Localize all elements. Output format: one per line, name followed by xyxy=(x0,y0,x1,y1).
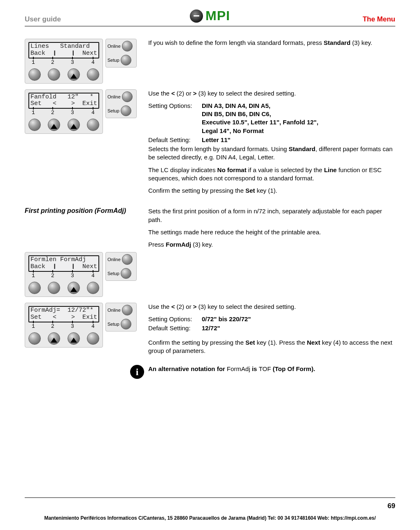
button-4[interactable] xyxy=(87,119,99,131)
button-3[interactable] xyxy=(68,68,80,81)
control-panel-3: Formlen FormAdj Back ❙ ❙ Next 1 2 3 4 xyxy=(25,252,144,297)
setting-options: Setting Options: DIN A3, DIN A4, DIN A5,… xyxy=(148,102,395,135)
default-setting: Default Setting: Letter 11" xyxy=(148,136,395,144)
setup-label: Setup xyxy=(107,322,119,327)
setup-button[interactable] xyxy=(121,105,131,116)
button-3[interactable] xyxy=(68,332,80,345)
setting-options-2: Setting Options: 0/72" bis 220/72" xyxy=(148,315,395,323)
text-select-setting: Use the < (2) or > (3) key to select the… xyxy=(148,89,395,98)
button-4[interactable] xyxy=(87,282,99,294)
tick-4: 4 xyxy=(89,323,97,329)
logo-text: MPI xyxy=(205,8,230,23)
footer-rule xyxy=(25,497,395,498)
tick-3: 3 xyxy=(69,110,76,116)
lcd-display: Fanfold 12" * Set < > Exit xyxy=(28,93,99,109)
button-2[interactable] xyxy=(48,68,60,81)
tick-4: 4 xyxy=(89,273,97,279)
tick-1: 1 xyxy=(30,323,37,329)
online-label: Online xyxy=(107,44,121,49)
section-title-formadj: First printing position (FormAdj) xyxy=(25,207,126,214)
button-3[interactable] xyxy=(68,119,80,131)
text-reduce-height: The settings made here reduce the height… xyxy=(148,228,395,236)
tick-1: 1 xyxy=(30,110,37,116)
tick-3: 3 xyxy=(69,273,76,279)
lcd-display: Lines Standard Back ❙ ❙ Next xyxy=(28,42,99,58)
button-1[interactable] xyxy=(28,119,41,131)
tick-2: 2 xyxy=(49,273,56,279)
printer-icon xyxy=(190,9,203,23)
setup-label: Setup xyxy=(107,58,119,63)
text-selects-form: Selects the form length by standard form… xyxy=(148,145,395,162)
text-confirm-set: Confirm the setting by pressing the Set … xyxy=(148,187,395,195)
button-1[interactable] xyxy=(28,68,41,81)
online-button[interactable] xyxy=(122,305,133,315)
tick-3: 3 xyxy=(69,323,76,329)
online-label: Online xyxy=(107,257,121,262)
setup-button[interactable] xyxy=(121,268,131,279)
button-4[interactable] xyxy=(87,332,99,345)
page-header: User guide MPI The Menu xyxy=(25,8,395,26)
header-logo: MPI xyxy=(148,8,272,23)
button-2[interactable] xyxy=(48,332,60,345)
tick-1: 1 xyxy=(30,273,37,279)
online-label: Online xyxy=(107,308,121,313)
text-press-standard: If you wish to define the form length vi… xyxy=(148,39,395,47)
text-press-formadj: Press FormAdj (3) key. xyxy=(148,240,395,249)
header-left: User guide xyxy=(25,15,148,23)
tick-4: 4 xyxy=(89,110,97,116)
tick-2: 2 xyxy=(49,323,56,329)
text-info-tof: An alternative notation for FormAdj is T… xyxy=(148,365,395,373)
info-icon: i xyxy=(130,365,144,379)
setup-label: Setup xyxy=(107,271,119,276)
default-setting-2: Default Setting: 12/72" xyxy=(148,324,395,332)
button-1[interactable] xyxy=(28,332,41,345)
tick-1: 1 xyxy=(30,59,37,65)
online-button[interactable] xyxy=(122,254,133,265)
tick-4: 4 xyxy=(89,59,97,65)
text-lc-display: The LC display indicates No format if a … xyxy=(148,166,395,183)
button-3[interactable] xyxy=(68,282,80,294)
online-button[interactable] xyxy=(122,91,133,102)
tick-3: 3 xyxy=(69,59,76,65)
page: User guide MPI The Menu Lines Standard B… xyxy=(0,0,420,530)
control-panel-2: Fanfold 12" * Set < > Exit 1 2 3 4 xyxy=(25,89,144,134)
header-right: The Menu xyxy=(272,15,395,23)
tick-2: 2 xyxy=(49,59,56,65)
setup-label: Setup xyxy=(107,108,119,113)
button-2[interactable] xyxy=(48,119,60,131)
text-first-print-pos: Sets the first print position of a form … xyxy=(148,207,395,224)
online-button[interactable] xyxy=(122,41,133,51)
setup-button[interactable] xyxy=(121,319,131,329)
button-1[interactable] xyxy=(28,282,41,294)
page-number: 69 xyxy=(387,502,395,510)
lcd-display: Formlen FormAdj Back ❙ ❙ Next xyxy=(28,255,99,272)
lcd-display: FormAdj= 12/72"* Set < > Exit xyxy=(28,306,99,322)
text-select-setting-2: Use the < (2) or > (3) key to select the… xyxy=(148,303,395,311)
tick-2: 2 xyxy=(49,110,56,116)
text-confirm-next: Confirm the setting by pressing the Set … xyxy=(148,339,395,355)
button-2[interactable] xyxy=(48,282,60,294)
setup-button[interactable] xyxy=(121,55,131,65)
control-panel-1: Lines Standard Back ❙ ❙ Next 1 2 3 4 xyxy=(25,39,144,84)
control-panel-4: FormAdj= 12/72"* Set < > Exit 1 2 3 4 xyxy=(25,303,144,348)
footer-text: Mantenimiento Periféricos Informaticos C… xyxy=(0,515,420,521)
button-4[interactable] xyxy=(87,68,99,81)
online-label: Online xyxy=(107,94,121,99)
